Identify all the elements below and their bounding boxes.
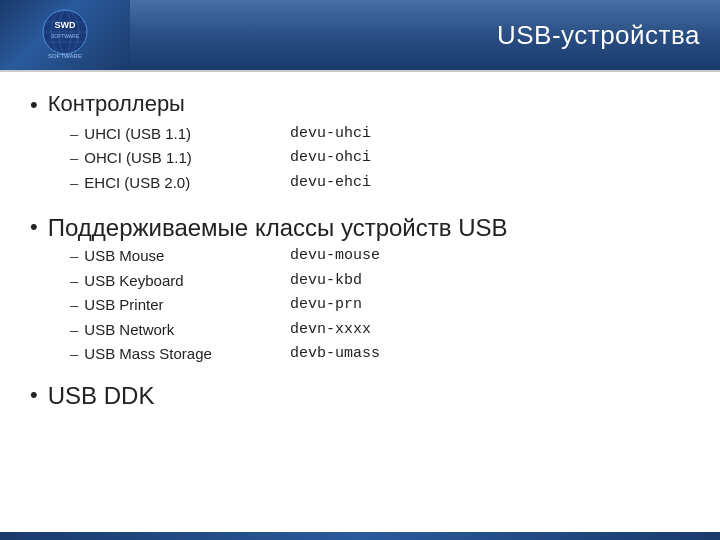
slide: SWD SOFTWARE SOFTWARE USB-устройства • К…	[0, 0, 720, 540]
bullet-ddk: •	[30, 382, 38, 408]
section-controllers: • Контроллеры – UHCI (USB 1.1) devu-uhci…	[30, 90, 690, 194]
label-mouse: USB Mouse	[84, 245, 164, 268]
value-storage: devb-umass	[290, 343, 690, 366]
label-uhci: UHCI (USB 1.1)	[84, 123, 191, 146]
label-keyboard: USB Keyboard	[84, 270, 183, 293]
label-printer: USB Printer	[84, 294, 163, 317]
title-area: USB-устройства	[130, 0, 720, 70]
logo-area: SWD SOFTWARE SOFTWARE	[0, 0, 130, 70]
item-row-uhci-left: – UHCI (USB 1.1)	[70, 123, 290, 146]
section-ddk: • USB DDK	[30, 380, 690, 415]
controllers-heading-row: • Контроллеры	[30, 90, 690, 119]
bullet-controllers: •	[30, 92, 38, 118]
classes-items: – USB Mouse devu-mouse – USB Keyboard de…	[70, 245, 690, 366]
label-ehci: EHCI (USB 2.0)	[84, 172, 190, 195]
item-row-ohci-left: – OHCI (USB 1.1)	[70, 147, 290, 170]
controllers-items: – UHCI (USB 1.1) devu-uhci – OHCI (USB 1…	[70, 123, 690, 195]
header: SWD SOFTWARE SOFTWARE USB-устройства	[0, 0, 720, 72]
controllers-heading: Контроллеры	[48, 90, 185, 119]
value-uhci: devu-uhci	[290, 123, 690, 146]
item-row-mouse-left: – USB Mouse	[70, 245, 290, 268]
value-ohci: devu-ohci	[290, 147, 690, 170]
label-network: USB Network	[84, 319, 174, 342]
item-row-printer-left: – USB Printer	[70, 294, 290, 317]
ddk-heading-row: • USB DDK	[30, 380, 690, 411]
value-mouse: devu-mouse	[290, 245, 690, 268]
value-printer: devu-prn	[290, 294, 690, 317]
value-ehci: devu-ehci	[290, 172, 690, 195]
ddk-heading: USB DDK	[48, 380, 155, 411]
svg-text:SWD: SWD	[55, 20, 76, 30]
svg-text:SOFTWARE: SOFTWARE	[51, 33, 80, 39]
item-row-ehci-left: – EHCI (USB 2.0)	[70, 172, 290, 195]
slide-title: USB-устройства	[497, 20, 700, 51]
label-ohci: OHCI (USB 1.1)	[84, 147, 192, 170]
value-network: devn-xxxx	[290, 319, 690, 342]
label-storage: USB Mass Storage	[84, 343, 212, 366]
item-row-storage-left: – USB Mass Storage	[70, 343, 290, 366]
bullet-classes: •	[30, 214, 38, 240]
svg-text:SOFTWARE: SOFTWARE	[48, 53, 82, 59]
logo-svg: SWD SOFTWARE SOFTWARE	[20, 8, 110, 63]
value-keyboard: devu-kbd	[290, 270, 690, 293]
classes-heading-row: • Поддерживаемые классы устройств USB	[30, 212, 690, 243]
item-row-network-left: – USB Network	[70, 319, 290, 342]
footer-strip	[0, 532, 720, 540]
section-classes: • Поддерживаемые классы устройств USB – …	[30, 208, 690, 366]
classes-heading: Поддерживаемые классы устройств USB	[48, 212, 508, 243]
content: • Контроллеры – UHCI (USB 1.1) devu-uhci…	[0, 72, 720, 532]
item-row-keyboard-left: – USB Keyboard	[70, 270, 290, 293]
